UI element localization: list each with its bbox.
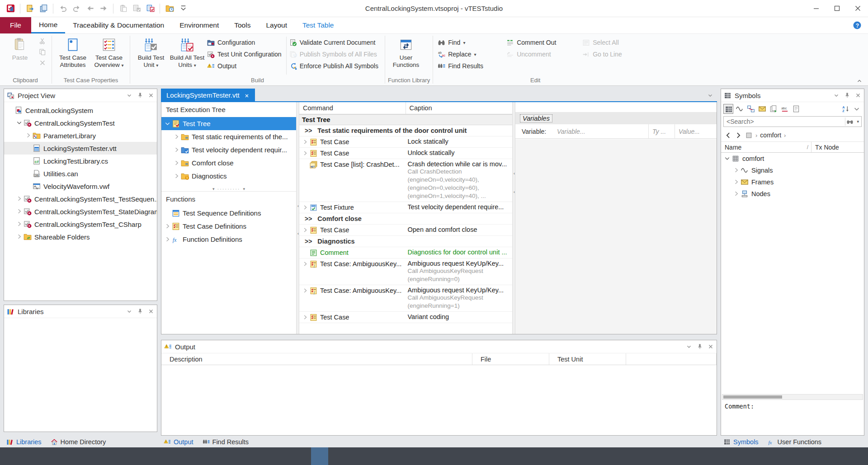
variable-input[interactable]: Variable...: [553, 124, 649, 138]
tree-item-centrallockingsystemtest[interactable]: CentralLockingSystemTest: [4, 117, 157, 129]
table-row[interactable]: Test CaseVariant coding: [299, 312, 512, 323]
paste-button[interactable]: Paste: [2, 35, 38, 74]
tree-item-test-static-requirements-of-the[interactable]: Test static requirements of the...: [161, 130, 296, 143]
table-row[interactable]: Test Tree: [299, 114, 512, 125]
find-results-button[interactable]: Find Results: [436, 60, 505, 72]
chevron-expanded-icon[interactable]: [16, 119, 24, 127]
tree-item-comfort[interactable]: comfort: [721, 153, 864, 164]
variables-header[interactable]: Variables: [520, 114, 552, 122]
chevron-collapsed-icon[interactable]: [733, 178, 741, 186]
open-recent-icon[interactable]: [164, 3, 175, 14]
replace-button[interactable]: abacReplace▾: [436, 48, 505, 60]
menu-tab-home[interactable]: Home: [31, 17, 65, 33]
chevron-collapsed-icon[interactable]: [16, 195, 24, 202]
chevron-collapsed-icon[interactable]: [733, 190, 741, 197]
tree-item-centrallockingsystemtest-csharp[interactable]: CentralLockingSystemTest_CSharp: [4, 218, 157, 230]
cut-icon[interactable]: [39, 38, 48, 46]
tree-item-parameterlibrary[interactable]: ParameterLibrary: [4, 129, 157, 142]
maximize-button[interactable]: [826, 0, 847, 17]
chevron-collapsed-icon[interactable]: [16, 233, 24, 240]
output-button[interactable]: Output: [205, 60, 285, 72]
chevron-down-icon[interactable]: [126, 92, 132, 99]
publish-symbols-of-all-files-button[interactable]: Publish Symbols of All Files: [288, 48, 382, 60]
navigate-forward-icon[interactable]: [735, 132, 742, 139]
chevron-collapsed-icon[interactable]: [173, 160, 181, 167]
chevron-collapsed-icon[interactable]: [302, 314, 310, 321]
tree-item-centrallockingsystem[interactable]: CentralLockingSystem: [4, 104, 157, 117]
symbols-grid-icon[interactable]: [723, 104, 733, 114]
publish-pages-icon[interactable]: [769, 104, 778, 114]
chevron-expanded-icon[interactable]: [164, 120, 172, 127]
menu-tab-traceability-documentation[interactable]: Traceability & Documentation: [65, 17, 172, 33]
sort-az-icon[interactable]: AZ: [841, 104, 851, 114]
close-window-button[interactable]: [847, 0, 868, 17]
chevron-collapsed-icon[interactable]: [25, 132, 33, 139]
build-unit-small-icon[interactable]: [131, 3, 142, 14]
chevron-collapsed-icon[interactable]: [173, 146, 181, 154]
chevron-collapsed-icon[interactable]: [302, 139, 310, 146]
configuration-button[interactable]: Configuration: [205, 37, 285, 48]
navigate-back-icon[interactable]: [84, 3, 96, 14]
chevron-collapsed-icon[interactable]: [16, 221, 24, 228]
redo-icon[interactable]: [71, 3, 82, 14]
chevron-collapsed-icon[interactable]: [16, 208, 24, 215]
enforce-publish-all-symbols-button[interactable]: Enforce Publish All Symbols: [288, 60, 382, 72]
close-icon[interactable]: [148, 92, 154, 99]
chevron-down-icon[interactable]: [686, 343, 692, 350]
type-input[interactable]: Ty ...: [649, 124, 675, 138]
breadcrumb[interactable]: comfort: [760, 132, 781, 139]
caption-column-header[interactable]: Caption: [406, 102, 513, 114]
close-icon[interactable]: [244, 92, 250, 98]
uncomment-button[interactable]: Uncomment: [505, 48, 580, 60]
search-dropdown-icon[interactable]: ▾: [854, 119, 861, 124]
vertical-splitter[interactable]: ‹‹: [512, 102, 515, 334]
name-column-header[interactable]: Name/: [721, 142, 811, 152]
table-row[interactable]: Test CaseUnlock statically: [299, 148, 512, 159]
tree-item-function-definitions[interactable]: fxFunction Definitions: [161, 233, 296, 246]
tree-item-test-sequence-definitions[interactable]: Test Sequence Definitions: [161, 207, 296, 220]
help-icon[interactable]: ?: [853, 21, 862, 30]
minimize-button[interactable]: [806, 0, 826, 17]
test-unit-configuration-button[interactable]: Test Unit Configuration: [205, 48, 285, 60]
tree-item-comfort-close[interactable]: Comfort close: [161, 156, 296, 169]
navigate-forward-icon[interactable]: [98, 3, 109, 14]
mapping-icon[interactable]: [746, 104, 756, 114]
scrollbar-thumb[interactable]: [723, 395, 782, 399]
chevron-collapsed-icon[interactable]: [302, 227, 310, 234]
menu-tab-file[interactable]: File: [0, 17, 31, 33]
comment-input[interactable]: [723, 412, 862, 432]
document-icon[interactable]: [791, 104, 801, 114]
find-button[interactable]: Find▾: [436, 37, 505, 48]
tab-home-directory[interactable]: Home Directory: [51, 438, 106, 446]
output-column-file[interactable]: File: [472, 353, 549, 365]
table-row[interactable]: NETTest Case [list]: CrashDet...Crash de…: [299, 159, 512, 202]
command-column-header[interactable]: Command: [299, 102, 406, 114]
build-test-unit-button[interactable]: Build Test Unit ▾: [133, 35, 169, 74]
tree-item-test-case-definitions[interactable]: Test Case Definitions: [161, 220, 296, 233]
tab-user-functions[interactable]: fxUser Functions: [768, 438, 822, 446]
test-case-attributes-button[interactable]: Test Case Attributes: [55, 35, 91, 74]
tab-symbols[interactable]: Symbols: [723, 438, 759, 446]
delete-icon[interactable]: [39, 59, 48, 67]
table-row[interactable]: fTest Case: AmbiguousKey...Ambiguous req…: [299, 285, 512, 312]
menu-tab-environment[interactable]: Environment: [172, 17, 226, 33]
abc-check-icon[interactable]: abc: [780, 104, 790, 114]
tab-find-results[interactable]: Find Results: [203, 438, 249, 446]
new-file-icon[interactable]: [24, 3, 36, 14]
horizontal-splitter[interactable]: ▾·········▾: [161, 186, 296, 192]
collapse-ribbon-button[interactable]: [856, 78, 863, 84]
tab-output[interactable]: Output: [164, 438, 193, 446]
search-input[interactable]: [724, 118, 845, 125]
taskbar-item[interactable]: [311, 447, 328, 465]
chevron-collapsed-icon[interactable]: [164, 236, 172, 243]
menu-tab-tools[interactable]: Tools: [226, 17, 258, 33]
tree-item-diagnostics[interactable]: Diagnostics: [161, 169, 296, 183]
chevron-collapsed-icon[interactable]: [302, 287, 310, 294]
go-to-line-button[interactable]: Go to Line: [580, 48, 635, 60]
tx-node-column-header[interactable]: Tx Node: [811, 142, 864, 152]
output-column-description[interactable]: Description: [161, 353, 472, 365]
chevron-down-icon[interactable]: [126, 308, 132, 315]
tree-item-signals[interactable]: Signals: [721, 164, 864, 176]
history-icon[interactable]: [745, 132, 753, 139]
tree-item-utilities-can[interactable]: CANUtilities.can: [4, 167, 157, 180]
